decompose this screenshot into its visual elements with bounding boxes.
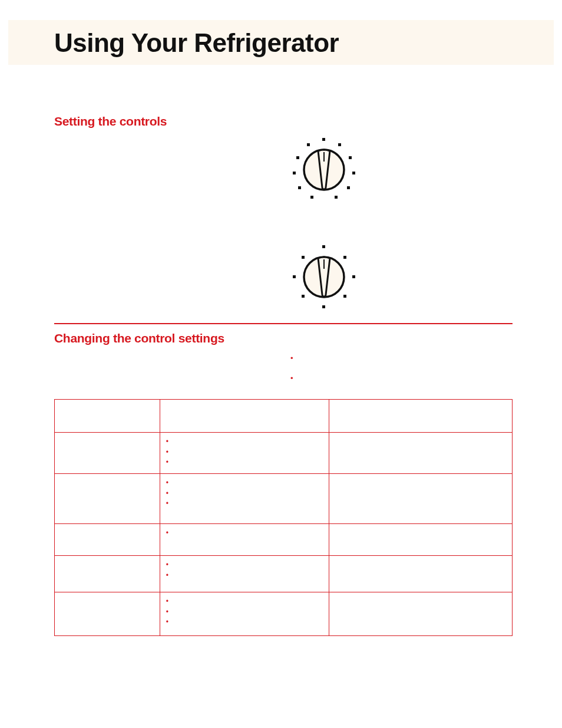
setting-controls-text: When you plug in the refrigerator for th… — [54, 134, 279, 263]
svg-rect-10 — [293, 172, 296, 174]
setting-important: IMPORTANT: Neither control will turn off… — [54, 229, 279, 258]
table-row: Not cooling properly Food stored incorre… — [55, 592, 513, 636]
list-item: Large amount of food added — [166, 489, 323, 499]
list-item: Large amount of food added — [166, 448, 323, 457]
svg-rect-21 — [293, 275, 296, 278]
cell-action: Turn FREEZER Control toward lower number… — [329, 556, 513, 592]
section-divider — [54, 323, 513, 324]
cell-condition: REFRIGERATOR section too warm — [55, 433, 160, 474]
svg-rect-20 — [302, 295, 305, 298]
th-condition: CONDITION: — [55, 400, 160, 433]
freezer-dial-desc: The Freezer Control adjusts the cool air… — [369, 275, 513, 292]
title-bar: Using Your Refrigerator — [8, 20, 554, 65]
list-item: Food stored incorrectly — [166, 597, 323, 607]
svg-rect-18 — [343, 295, 346, 298]
list-item: Room temperature very warm — [166, 458, 323, 467]
heading-changing-settings: Changing the control settings — [54, 331, 513, 345]
cell-reasons: Door opened often Large amount of food a… — [166, 479, 323, 518]
table-row: REFRIGERATOR section too warm Door opene… — [55, 433, 513, 474]
svg-rect-19 — [322, 305, 325, 308]
changing-note-2: Except when starting the refrigerator, d… — [297, 374, 513, 394]
table-row: REFRIGERATOR section too cold Controls n… — [55, 524, 513, 556]
cell-reasons: Food stored incorrectly Not level Door b… — [166, 597, 323, 627]
changing-note-1: Adjust the Refrigerator Control first. W… — [297, 354, 513, 374]
changing-settings-intro: If you need to adjust temperatures in re… — [54, 354, 513, 393]
page-title: Using Your Refrigerator — [54, 20, 513, 58]
section-setting-controls: Setting the controls When you plug in th… — [54, 114, 513, 323]
list-item: Controls not set correctly for your cond… — [166, 529, 323, 538]
svg-rect-3 — [338, 143, 341, 146]
svg-rect-16 — [343, 256, 346, 259]
page-number: 8 — [54, 703, 59, 713]
cell-condition: FREEZER section too cold — [55, 556, 160, 592]
svg-rect-22 — [302, 256, 305, 259]
list-item: Door opened often — [166, 479, 323, 488]
heading-setting-controls: Setting the controls — [54, 114, 513, 129]
svg-rect-11 — [296, 156, 299, 159]
list-item: Controls not set correctly for your cond… — [166, 561, 323, 570]
list-item: Very cold room temperature (can't cycle … — [166, 499, 323, 518]
dial-column: REFRIGERATOR CONTROL The Refrigerator Co… — [279, 134, 513, 323]
setting-para-2: The settings for the Refrigerator and Fr… — [54, 169, 279, 198]
svg-rect-9 — [298, 186, 301, 189]
cell-condition: Not cooling properly — [55, 592, 160, 636]
th-action: RECOMMENDED CONTROL SETTING: — [329, 400, 513, 433]
refrigerator-control-dial-block: REFRIGERATOR CONTROL The Refrigerator Co… — [289, 134, 513, 207]
cell-action: Turn FREEZER Control toward higher numbe… — [329, 474, 513, 524]
svg-rect-15 — [322, 245, 325, 248]
setting-para-1: When you plug in the refrigerator for th… — [54, 134, 279, 163]
setting-para-3: Give the refrigerator time to cool down … — [54, 203, 279, 222]
refrigerator-dial-label: REFRIGERATOR CONTROL — [369, 144, 513, 153]
svg-rect-17 — [352, 275, 355, 278]
svg-rect-12 — [307, 143, 310, 146]
cell-reasons: Controls not set correctly for your cond… — [166, 529, 323, 538]
freezer-dial-label: FREEZER CONTROL — [369, 265, 513, 273]
cell-reasons: Controls not set correctly for your cond… — [166, 561, 323, 580]
changing-lead: If you need to adjust temperatures in re… — [54, 354, 273, 392]
cell-action: See "Food storage guide" on page 18; or … — [329, 592, 513, 636]
table-row: FREEZER section too warm/ice not made fa… — [55, 474, 513, 524]
cell-condition: REFRIGERATOR section too cold — [55, 524, 160, 556]
cell-action: Turn REFRIGERATOR Control toward lower n… — [329, 524, 513, 556]
svg-rect-7 — [335, 196, 338, 199]
cell-condition: FREEZER section too warm/ice not made fa… — [55, 474, 160, 524]
section-changing-settings: Changing the control settings If you nee… — [54, 331, 513, 636]
freezer-control-dial-block: FREEZER CONTROL The Freezer Control adju… — [289, 242, 513, 315]
svg-rect-4 — [349, 156, 352, 159]
manual-page: Using Your Refrigerator Setting the cont… — [0, 0, 562, 728]
cell-action: Turn REFRIGERATOR Control toward higher … — [329, 433, 513, 474]
svg-rect-2 — [322, 138, 325, 141]
list-item: Ice bin not turned on — [166, 571, 323, 581]
svg-rect-8 — [310, 196, 313, 199]
cell-reasons: Door opened often Large amount of food a… — [166, 437, 323, 467]
list-item: Door opened often — [166, 437, 323, 447]
list-item: Door blocked open — [166, 618, 323, 627]
freezer-dial-icon — [289, 242, 359, 315]
list-item: Not level — [166, 608, 323, 617]
refrigerator-dial-desc: The Refrigerator Control adjusts cooling… — [369, 155, 513, 197]
refrigerator-dial-icon — [289, 134, 359, 207]
settings-table: CONDITION: REASON: RECOMMENDED CONTROL S… — [54, 399, 513, 636]
svg-rect-6 — [347, 186, 350, 189]
svg-rect-5 — [352, 172, 355, 174]
th-reason: REASON: — [160, 400, 329, 433]
table-row: FREEZER section too cold Controls not se… — [55, 556, 513, 592]
